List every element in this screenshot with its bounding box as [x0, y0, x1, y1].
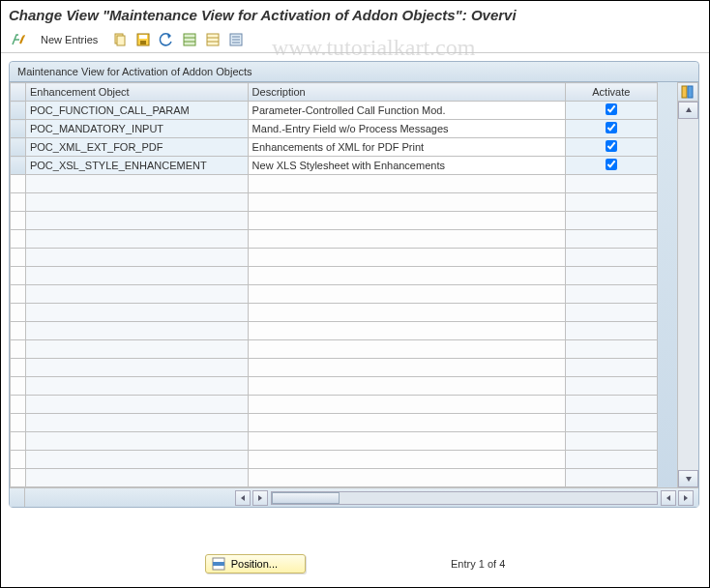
cell-description[interactable] [248, 396, 565, 414]
col-header-description[interactable]: Description [248, 83, 565, 102]
row-indicator[interactable] [11, 359, 26, 377]
table-row[interactable] [11, 432, 658, 451]
cell-enhancement-object[interactable]: POC_XSL_STYLE_ENHANCEMENT [25, 157, 248, 175]
cell-activate[interactable] [565, 138, 658, 157]
deselect-all-icon[interactable] [203, 30, 222, 49]
cell-activate[interactable] [565, 322, 658, 340]
cell-enhancement-object[interactable] [25, 432, 248, 451]
cell-activate[interactable] [565, 249, 658, 267]
undo-icon[interactable] [157, 30, 176, 49]
row-indicator[interactable] [11, 249, 26, 267]
cell-description[interactable] [248, 285, 565, 304]
position-button[interactable]: Position... [205, 554, 306, 573]
activate-checkbox[interactable] [606, 159, 617, 170]
row-indicator[interactable] [11, 120, 26, 138]
cell-description[interactable] [248, 304, 565, 322]
cell-enhancement-object[interactable] [25, 212, 248, 230]
cell-enhancement-object[interactable] [25, 340, 248, 359]
cell-description[interactable]: Parameter-Controlled Call Function Mod. [248, 102, 565, 120]
cell-enhancement-object[interactable] [25, 267, 248, 285]
cell-enhancement-object[interactable] [25, 175, 248, 193]
cell-activate[interactable] [565, 432, 658, 451]
row-indicator[interactable] [11, 451, 26, 469]
cell-description[interactable] [248, 451, 565, 469]
hscroll-track[interactable] [271, 491, 658, 505]
hscroll-left2-icon[interactable] [661, 490, 676, 506]
table-row[interactable] [11, 340, 658, 359]
cell-enhancement-object[interactable] [25, 230, 248, 249]
table-row[interactable]: POC_XML_EXT_FOR_PDFEnhancements of XML f… [11, 138, 658, 157]
activate-checkbox[interactable] [606, 140, 617, 152]
col-header-enhancement-object[interactable]: Enhancement Object [25, 83, 248, 102]
table-row[interactable] [11, 304, 658, 322]
cell-activate[interactable] [565, 102, 658, 120]
row-indicator[interactable] [11, 340, 26, 359]
cell-activate[interactable] [565, 267, 658, 285]
cell-description[interactable] [248, 212, 565, 230]
row-indicator[interactable] [11, 138, 26, 157]
cell-description[interactable] [248, 193, 565, 212]
row-indicator[interactable] [11, 157, 26, 175]
cell-activate[interactable] [565, 304, 658, 322]
table-row[interactable] [11, 267, 658, 285]
row-indicator[interactable] [11, 212, 26, 230]
cell-enhancement-object[interactable]: POC_FUNCTION_CALL_PARAM [25, 102, 248, 120]
cell-enhancement-object[interactable] [25, 377, 248, 396]
row-indicator[interactable] [11, 396, 26, 414]
cell-activate[interactable] [565, 451, 658, 469]
cell-activate[interactable] [565, 340, 658, 359]
cell-description[interactable] [248, 414, 565, 432]
scroll-up-icon[interactable] [678, 102, 698, 119]
scroll-down-icon[interactable] [678, 470, 698, 487]
row-indicator[interactable] [11, 267, 26, 285]
table-row[interactable] [11, 377, 658, 396]
cell-activate[interactable] [565, 212, 658, 230]
activate-checkbox[interactable] [606, 103, 617, 115]
cell-activate[interactable] [565, 230, 658, 249]
row-indicator[interactable] [11, 175, 26, 193]
row-indicator[interactable] [11, 193, 26, 212]
cell-description[interactable] [248, 340, 565, 359]
row-indicator[interactable] [11, 414, 26, 432]
hscroll-left-icon[interactable] [235, 490, 251, 506]
cell-description[interactable] [248, 469, 565, 487]
table-row[interactable] [11, 414, 658, 432]
select-all-icon[interactable] [180, 30, 199, 49]
cell-description[interactable] [248, 359, 565, 377]
copy-icon[interactable] [110, 30, 130, 49]
save-icon[interactable] [133, 30, 153, 49]
table-row[interactable] [11, 193, 658, 212]
table-row[interactable]: POC_FUNCTION_CALL_PARAMParameter-Control… [11, 102, 658, 120]
cell-enhancement-object[interactable] [25, 396, 248, 414]
vscroll-track[interactable] [678, 119, 698, 470]
table-row[interactable]: POC_MANDATORY_INPUTMand.-Entry Field w/o… [11, 120, 658, 138]
cell-enhancement-object[interactable] [25, 285, 248, 304]
new-entries-button[interactable]: New Entries [32, 31, 106, 48]
other-view-icon[interactable] [9, 30, 28, 49]
row-indicator[interactable] [11, 230, 26, 249]
cell-activate[interactable] [565, 396, 658, 414]
cell-description[interactable]: New XLS Stylesheet with Enhancements [248, 157, 565, 175]
row-indicator[interactable] [11, 377, 26, 396]
table-row[interactable] [11, 396, 658, 414]
col-header-activate[interactable]: Activate [565, 83, 658, 102]
hscroll-right-icon[interactable] [252, 490, 268, 506]
row-indicator[interactable] [11, 432, 26, 451]
table-row[interactable] [11, 451, 658, 469]
cell-enhancement-object[interactable] [25, 359, 248, 377]
cell-activate[interactable] [565, 414, 658, 432]
cell-description[interactable] [248, 175, 565, 193]
cell-activate[interactable] [565, 285, 658, 304]
vertical-scrollbar[interactable] [677, 102, 698, 487]
cell-description[interactable] [248, 230, 565, 249]
table-row[interactable]: POC_XSL_STYLE_ENHANCEMENTNew XLS Stylesh… [11, 157, 658, 175]
cell-activate[interactable] [565, 193, 658, 212]
cell-enhancement-object[interactable] [25, 451, 248, 469]
cell-description[interactable] [248, 267, 565, 285]
cell-enhancement-object[interactable] [25, 193, 248, 212]
cell-description[interactable]: Enhancements of XML for PDF Print [248, 138, 565, 157]
row-indicator[interactable] [11, 285, 26, 304]
table-settings-icon[interactable] [677, 82, 698, 102]
hscroll-thumb[interactable] [272, 492, 340, 504]
print-icon[interactable] [226, 30, 246, 49]
